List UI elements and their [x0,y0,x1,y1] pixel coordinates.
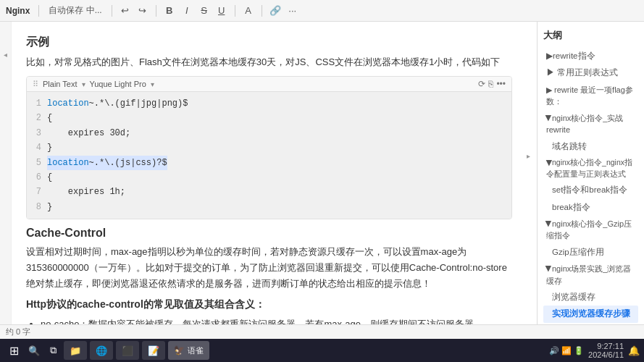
right-sidebar: 大纲 ▶ rewrite指令 ▶ 常用正则表达式 ▶ rewrite 最近一项f… [537,22,644,324]
outline-section: ▶ rewrite指令 ▶ 常用正则表达式 ▶ rewrite 最近一项flag… [543,48,638,324]
start-button[interactable]: ⊞ [4,341,23,360]
code-line-6: { [47,170,506,185]
toolbar-separator2 [112,5,112,17]
code-more-icon[interactable]: ••• [496,79,506,89]
outline-expand-gzip: ▶ [543,221,556,227]
code-line-7: expires 1h; [47,185,506,199]
taskbar-right: 🔊 📶 🔋 9:27:11 2024/6/11 🔔 [549,342,640,359]
outline-expand-rewrite: ▶ [546,50,553,62]
taskbar-time[interactable]: 9:27:11 2024/6/11 [588,342,624,359]
italic-icon[interactable]: I [180,4,194,18]
redo-icon[interactable]: ↪ [135,4,150,18]
outline-item-gzip[interactable]: ▶ nginx核心指令_Gzip压缩指令 [543,216,638,244]
outline-expand-flag: ▶ [546,85,554,94]
toolbar-separator3 [156,5,156,17]
example-heading: 示例 [26,35,512,50]
outline-item-browser-cache[interactable]: ▶ nginx场景实践_浏览器缓存 [543,261,638,289]
code-line-4: } [47,140,506,155]
underline-icon[interactable]: U [214,4,229,18]
brand-label: Nginx [6,6,30,16]
toolbar: Nginx 自动保存 中... ↩ ↪ B I S U A 🔗 ··· [0,0,644,22]
cache-control-body: 设置相对过期时间，max-age指明以秒为单位的缓存时间，若对静态资源只缓存一次… [26,244,512,292]
sidebar-expand-btn[interactable]: ▸ [527,152,530,160]
code-copy-icon[interactable]: ⎘ [488,79,493,89]
taskbar-app-terminal[interactable]: ⬛ [116,341,139,360]
app-terminal-icon: ⬛ [122,345,133,356]
notification-icon[interactable]: 🔔 [628,345,640,356]
code-drag-handle[interactable]: ⠿ [33,80,38,89]
bottom-bar: 约 0 字 [0,324,644,339]
example-body: 比如，对常见格式的图片、Flash文件在浏览器本地缓存30天，对JS、CSS文件… [26,54,512,70]
outline-item-regex[interactable]: ▶ 常用正则表达式 [543,64,638,81]
code-header-left: ⠿ Plain Text ▾ Yuque Light Pro ▾ [33,80,154,89]
outline-item-rewrite[interactable]: ▶ rewrite指令 [543,48,638,64]
start-icon: ⊞ [9,344,19,358]
code-header-right: ⟳ ⎘ ••• [478,79,506,89]
outline-expand-browser-cache: ▶ [543,266,556,272]
task-view-icon[interactable]: ⧉ [45,342,61,358]
more-icon[interactable]: ··· [285,4,300,18]
outline-item-gzip-use[interactable]: Gzip压缩作用 [543,244,638,261]
strikethrough-icon[interactable]: S [197,4,212,18]
code-line-1: location ~.*\.(gif|jpg|png)$ [47,96,506,111]
cache-control-heading: Cache-Control [26,227,512,240]
theme-dropdown-icon[interactable]: ▾ [151,80,154,88]
lang-dropdown-icon[interactable]: ▾ [82,80,85,88]
outline-item-flag[interactable]: ▶ rewrite 最近一项flag参数： [543,82,638,110]
code-line-2: { [47,111,506,125]
code-block-header: ⠿ Plain Text ▾ Yuque Light Pro ▾ ⟳ ⎘ ••• [27,77,511,92]
code-content[interactable]: location ~.*\.(gif|jpg|png)$ { expires 3… [47,96,506,214]
system-icons: 🔊 📶 🔋 [549,346,584,355]
code-line-5: location ~.*\.(js|css)?$ [47,156,506,170]
outline-item-cache-control[interactable]: Cache-Control [543,323,638,325]
content-area: 示例 比如，对常见格式的图片、Flash文件在浏览器本地缓存30天，对JS、CS… [12,22,527,324]
http-heading: Http协议的cache-control的常见取值及其组合含义： [26,298,512,311]
outline-item-break[interactable]: break指令 [543,199,638,216]
list-item-nocache: no-cache：数据内容不能被缓存，每次请求都重新访问服务器，若有max-ag… [41,316,512,325]
autosave-label: 自动保存 中... [45,3,105,18]
outline-expand-regex: ▶ [546,68,557,77]
outline-item-domain[interactable]: 域名跳转 [543,138,638,155]
outline-item-set-break[interactable]: set指令和break指令 [543,182,638,198]
toolbar-separator [38,5,39,17]
code-lang-selector[interactable]: Plain Text [43,80,78,88]
taskbar-app-notepad[interactable]: 📝 [142,341,165,360]
app-yuque-label: 语雀 [188,345,204,356]
outline-item-browser-cache-sub[interactable]: 浏览器缓存 [543,289,638,306]
left-toggle-icon: ◂ [4,51,7,59]
outline-item-nginx-core[interactable]: ▶ nginx核心指令_实战rewrite [543,110,638,138]
date-display: 2024/6/11 [588,350,624,359]
list-item-nocache-text: no-cache：数据内容不能被缓存，每次请求都重新访问服务器，若有max-ag… [41,319,474,325]
toolbar-separator5 [262,5,262,17]
undo-icon[interactable]: ↩ [118,4,133,18]
line-numbers: 12345678 [27,96,47,214]
search-taskbar-icon[interactable]: 🔍 [26,342,42,358]
outline-item-implement-cache[interactable]: 实现浏览器缓存步骤 [543,306,638,322]
bold-icon[interactable]: B [162,4,177,18]
toolbar-separator4 [235,5,235,17]
code-body: 12345678 location ~.*\.(gif|jpg|png)$ { … [27,92,511,219]
time-display: 9:27:11 [588,342,624,350]
code-line-3: expires 30d; [47,126,506,140]
taskbar-app-yuque[interactable]: 🦅 语雀 [168,341,209,360]
word-count: 约 0 字 [6,327,30,337]
outline-expand-set: ▶ [543,160,555,166]
outline-expand-core: ▶ [543,115,556,121]
taskbar-app-browser[interactable]: 🌐 [90,341,113,360]
app-notepad-icon: 📝 [148,345,159,356]
outline-item-nginx-set[interactable]: ▶ nginx核心指令_nginx指令配置量与正则表达式 [543,155,638,182]
font-color-icon[interactable]: A [241,4,256,18]
code-line-8: } [47,200,506,214]
code-block-container: ⠿ Plain Text ▾ Yuque Light Pro ▾ ⟳ ⎘ •••… [26,76,512,219]
app-browser-icon: 🌐 [96,345,107,356]
taskbar-app-file[interactable]: 📁 [64,341,87,360]
app-file-icon: 📁 [70,345,81,356]
taskbar: ⊞ 🔍 ⧉ 📁 🌐 ⬛ 📝 🦅 语雀 🔊 📶 🔋 9:27:11 2024/6/… [0,339,644,362]
left-panel-toggle[interactable]: ◂ [0,22,12,324]
app-yuque-icon: 🦅 [174,345,185,355]
link-icon[interactable]: 🔗 [268,4,283,18]
code-refresh-icon[interactable]: ⟳ [478,79,485,89]
code-theme-selector[interactable]: Yuque Light Pro [90,80,146,88]
main-layout: ◂ 示例 比如，对常见格式的图片、Flash文件在浏览器本地缓存30天，对JS、… [0,22,644,324]
outline-title: 大纲 [543,29,638,42]
